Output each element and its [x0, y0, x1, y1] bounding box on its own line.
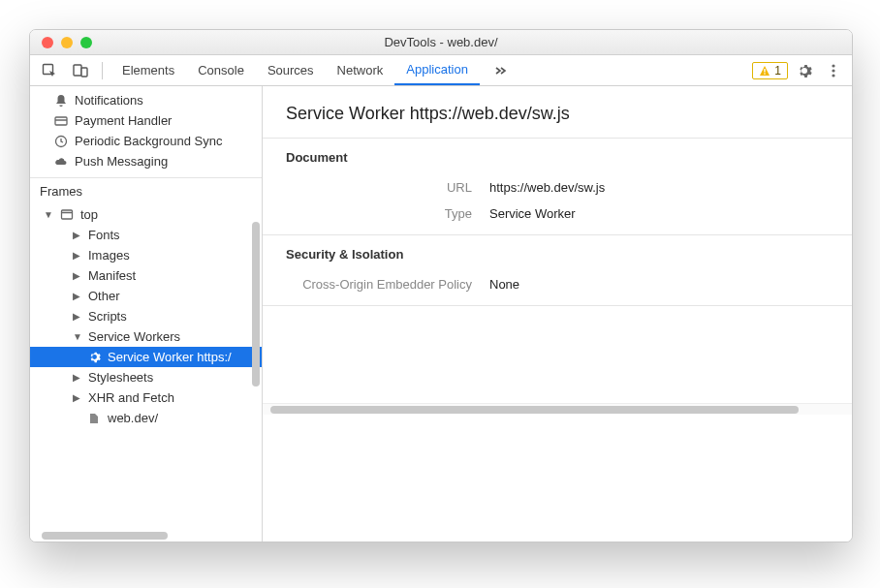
sidebar-item-notifications[interactable]: Notifications: [30, 90, 262, 110]
more-menu-icon[interactable]: [821, 63, 846, 78]
panel-tabs: Elements Console Sources Network Applica…: [110, 55, 480, 85]
settings-icon[interactable]: [792, 63, 817, 78]
sidebar-item-label: Notifications: [75, 93, 143, 108]
sidebar-item-label: Payment Handler: [75, 113, 172, 128]
svg-rect-1: [74, 65, 81, 76]
tree-item-label: web.dev/: [108, 411, 158, 425]
tab-network[interactable]: Network: [326, 55, 395, 85]
tree-item-label: XHR and Fetch: [88, 390, 174, 405]
tree-item-label: Manifest: [88, 268, 136, 283]
tree-item-service-workers[interactable]: ▼Service Workers: [30, 326, 262, 347]
svg-point-6: [832, 69, 834, 72]
kv-key: Type: [286, 206, 489, 221]
scrollbar-thumb[interactable]: [270, 406, 799, 414]
tree-item-images[interactable]: ▶Images: [30, 245, 262, 265]
sidebar-item-push-messaging[interactable]: Push Messaging: [30, 151, 262, 171]
tree-item-fonts[interactable]: ▶Fonts: [30, 225, 262, 245]
kv-key: URL: [286, 180, 489, 195]
kv-coep: Cross-Origin Embedder Policy None: [286, 271, 829, 297]
body: Notifications Payment Handler Periodic B…: [30, 86, 852, 542]
main-panel: Service Worker https://web.dev/sw.js Doc…: [263, 86, 852, 542]
security-section-title: Security & Isolation: [286, 247, 829, 271]
cloud-icon: [53, 155, 69, 169]
gear-icon: [86, 351, 102, 363]
kv-type: Type Service Worker: [286, 201, 829, 227]
tree-item-label: Scripts: [88, 309, 127, 324]
expand-icon[interactable]: ▶: [73, 230, 82, 240]
expand-icon[interactable]: ▶: [73, 311, 82, 322]
tree-item-label: Other: [88, 289, 120, 303]
sidebar-item-label: Periodic Background Sync: [75, 134, 222, 148]
expand-icon[interactable]: ▶: [73, 392, 82, 403]
device-toolbar-icon[interactable]: [67, 59, 94, 82]
tree-item-service-worker-selected[interactable]: Service Worker https:/: [30, 347, 262, 367]
kv-value: https://web.dev/sw.js: [489, 180, 605, 195]
document-section-title: Document: [286, 150, 829, 174]
kv-value: None: [489, 277, 519, 292]
inspect-element-icon[interactable]: [36, 59, 63, 82]
svg-rect-3: [765, 69, 766, 73]
tree-item-label: Fonts: [88, 228, 120, 242]
toolbar: Elements Console Sources Network Applica…: [30, 55, 852, 86]
tree-item-scripts[interactable]: ▶Scripts: [30, 306, 262, 326]
tree-item-xhr-fetch[interactable]: ▶XHR and Fetch: [30, 387, 262, 408]
tab-console[interactable]: Console: [186, 55, 256, 85]
security-section: Security & Isolation Cross-Origin Embedd…: [263, 234, 852, 306]
expand-icon[interactable]: ▶: [73, 250, 82, 261]
tree-item-stylesheets[interactable]: ▶Stylesheets: [30, 367, 262, 387]
tree-item-label: Service Worker https:/: [108, 350, 232, 364]
bell-icon: [53, 94, 69, 108]
tabs-overflow-icon[interactable]: [484, 64, 517, 77]
sidebar-item-label: Push Messaging: [75, 154, 168, 169]
tab-elements[interactable]: Elements: [110, 55, 186, 85]
card-icon: [53, 114, 69, 128]
expand-icon[interactable]: ▼: [44, 209, 53, 220]
window-title: DevTools - web.dev/: [30, 35, 852, 49]
main-horizontal-scrollbar[interactable]: [263, 403, 852, 415]
svg-rect-2: [81, 68, 87, 77]
tab-application[interactable]: Application: [394, 55, 480, 85]
toolbar-divider: [102, 62, 103, 79]
svg-rect-4: [765, 73, 766, 74]
titlebar: DevTools - web.dev/: [30, 30, 852, 55]
expand-icon[interactable]: ▶: [73, 291, 82, 301]
sidebar: Notifications Payment Handler Periodic B…: [30, 86, 263, 542]
tree-item-label: top: [80, 207, 98, 222]
frames-section-header: Frames: [30, 177, 262, 204]
sidebar-vertical-scrollbar[interactable]: [252, 222, 260, 387]
file-icon: [86, 413, 102, 424]
devtools-window: DevTools - web.dev/ Elements Console Sou…: [29, 29, 853, 542]
expand-icon[interactable]: ▶: [73, 270, 82, 281]
kv-value: Service Worker: [489, 206, 576, 221]
sidebar-item-periodic-bg-sync[interactable]: Periodic Background Sync: [30, 131, 262, 151]
clock-icon: [53, 135, 69, 148]
kv-url: URL https://web.dev/sw.js: [286, 174, 829, 201]
tree-item-label: Images: [88, 248, 130, 263]
tree-item-top[interactable]: ▼ top: [30, 204, 262, 225]
kv-key: Cross-Origin Embedder Policy: [286, 277, 489, 292]
document-section: Document URL https://web.dev/sw.js Type …: [263, 138, 852, 234]
tree-item-manifest[interactable]: ▶Manifest: [30, 265, 262, 286]
tree-item-webdev[interactable]: web.dev/: [30, 408, 262, 428]
expand-icon[interactable]: ▶: [73, 372, 82, 383]
expand-icon[interactable]: ▼: [73, 331, 82, 342]
tree-item-other[interactable]: ▶Other: [30, 286, 262, 306]
page-title: Service Worker https://web.dev/sw.js: [263, 86, 852, 138]
warnings-count: 1: [774, 64, 781, 77]
svg-point-5: [832, 64, 834, 67]
svg-rect-8: [55, 117, 67, 125]
sidebar-item-payment-handler[interactable]: Payment Handler: [30, 110, 262, 131]
sidebar-horizontal-scrollbar[interactable]: [42, 532, 168, 540]
svg-point-7: [832, 74, 834, 77]
tree-item-label: Stylesheets: [88, 370, 153, 385]
window-icon: [59, 208, 75, 222]
warnings-badge[interactable]: 1: [752, 62, 788, 79]
tab-sources[interactable]: Sources: [256, 55, 326, 85]
svg-rect-11: [62, 210, 73, 219]
tree-item-label: Service Workers: [88, 329, 180, 344]
